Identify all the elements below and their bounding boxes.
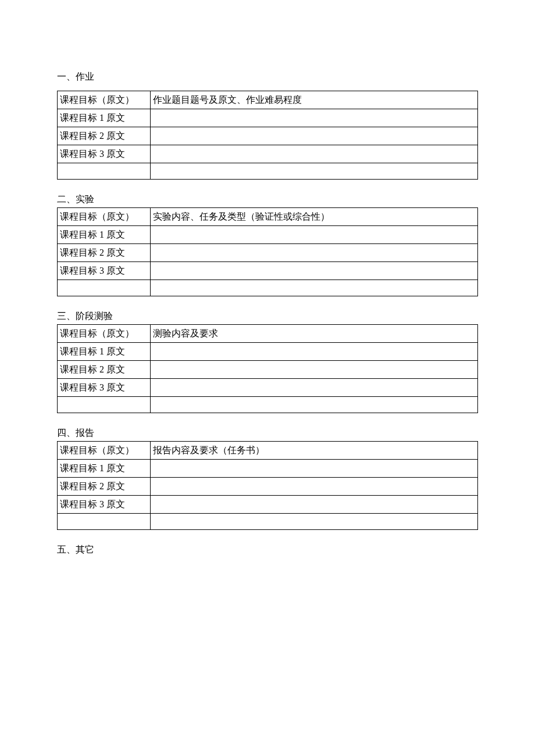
cell-col1: 课程目标 1 原文 bbox=[58, 226, 151, 244]
cell-col2 bbox=[151, 397, 478, 413]
table-homework: 课程目标（原文） 作业题目题号及原文、作业难易程度 课程目标 1 原文 课程目标… bbox=[57, 91, 478, 180]
cell-col2 bbox=[151, 280, 478, 296]
header-col1: 课程目标（原文） bbox=[58, 442, 151, 460]
cell-col1 bbox=[58, 280, 151, 296]
cell-col2 bbox=[151, 109, 478, 127]
cell-col1: 课程目标 2 原文 bbox=[58, 361, 151, 379]
cell-col1 bbox=[58, 397, 151, 413]
cell-col2 bbox=[151, 361, 478, 379]
cell-col1: 课程目标 1 原文 bbox=[58, 460, 151, 478]
cell-col1 bbox=[58, 514, 151, 530]
cell-col2 bbox=[151, 145, 478, 163]
table-row: 课程目标 3 原文 bbox=[58, 262, 478, 280]
section-title-other: 五、其它 bbox=[57, 543, 478, 557]
cell-col2 bbox=[151, 379, 478, 397]
section-title-quiz: 三、阶段测验 bbox=[57, 309, 478, 323]
cell-col2 bbox=[151, 478, 478, 496]
cell-col2 bbox=[151, 226, 478, 244]
table-row: 课程目标 1 原文 bbox=[58, 109, 478, 127]
table-row: 课程目标（原文） 测验内容及要求 bbox=[58, 325, 478, 343]
header-col2: 实验内容、任务及类型（验证性或综合性） bbox=[151, 208, 478, 226]
header-col1: 课程目标（原文） bbox=[58, 325, 151, 343]
table-row: 课程目标 2 原文 bbox=[58, 478, 478, 496]
cell-col2 bbox=[151, 127, 478, 145]
cell-col2 bbox=[151, 244, 478, 262]
cell-col1: 课程目标 3 原文 bbox=[58, 379, 151, 397]
cell-col2 bbox=[151, 496, 478, 514]
cell-col1: 课程目标 1 原文 bbox=[58, 343, 151, 361]
cell-col2 bbox=[151, 262, 478, 280]
section-report: 四、报告 课程目标（原文） 报告内容及要求（任务书） 课程目标 1 原文 课程目… bbox=[57, 426, 478, 530]
section-quiz: 三、阶段测验 课程目标（原文） 测验内容及要求 课程目标 1 原文 课程目标 2… bbox=[57, 309, 478, 413]
table-row: 课程目标 1 原文 bbox=[58, 343, 478, 361]
cell-col1: 课程目标 1 原文 bbox=[58, 109, 151, 127]
section-experiment: 二、实验 课程目标（原文） 实验内容、任务及类型（验证性或综合性） 课程目标 1… bbox=[57, 192, 478, 296]
section-other: 五、其它 bbox=[57, 543, 478, 557]
section-title-homework: 一、作业 bbox=[57, 70, 478, 84]
table-row bbox=[58, 514, 478, 530]
cell-col1 bbox=[58, 163, 151, 180]
cell-col1: 课程目标 2 原文 bbox=[58, 244, 151, 262]
cell-col1: 课程目标 2 原文 bbox=[58, 478, 151, 496]
table-row: 课程目标（原文） 实验内容、任务及类型（验证性或综合性） bbox=[58, 208, 478, 226]
cell-col1: 课程目标 3 原文 bbox=[58, 496, 151, 514]
table-report: 课程目标（原文） 报告内容及要求（任务书） 课程目标 1 原文 课程目标 2 原… bbox=[57, 441, 478, 530]
section-title-report: 四、报告 bbox=[57, 426, 478, 440]
table-row: 课程目标 3 原文 bbox=[58, 145, 478, 163]
table-row bbox=[58, 280, 478, 296]
header-col1: 课程目标（原文） bbox=[58, 91, 151, 109]
table-row: 课程目标 2 原文 bbox=[58, 127, 478, 145]
header-col1: 课程目标（原文） bbox=[58, 208, 151, 226]
cell-col2 bbox=[151, 343, 478, 361]
cell-col1: 课程目标 2 原文 bbox=[58, 127, 151, 145]
table-row: 课程目标 3 原文 bbox=[58, 496, 478, 514]
section-homework: 一、作业 课程目标（原文） 作业题目题号及原文、作业难易程度 课程目标 1 原文… bbox=[57, 70, 478, 180]
table-row: 课程目标（原文） 作业题目题号及原文、作业难易程度 bbox=[58, 91, 478, 109]
table-row: 课程目标 2 原文 bbox=[58, 361, 478, 379]
table-row: 课程目标 1 原文 bbox=[58, 460, 478, 478]
table-row bbox=[58, 397, 478, 413]
header-col2: 测验内容及要求 bbox=[151, 325, 478, 343]
table-row: 课程目标 1 原文 bbox=[58, 226, 478, 244]
cell-col1: 课程目标 3 原文 bbox=[58, 145, 151, 163]
header-col2: 作业题目题号及原文、作业难易程度 bbox=[151, 91, 478, 109]
table-experiment: 课程目标（原文） 实验内容、任务及类型（验证性或综合性） 课程目标 1 原文 课… bbox=[57, 207, 478, 296]
cell-col2 bbox=[151, 460, 478, 478]
table-row: 课程目标 2 原文 bbox=[58, 244, 478, 262]
table-quiz: 课程目标（原文） 测验内容及要求 课程目标 1 原文 课程目标 2 原文 课程目… bbox=[57, 324, 478, 413]
table-row: 课程目标（原文） 报告内容及要求（任务书） bbox=[58, 442, 478, 460]
table-row: 课程目标 3 原文 bbox=[58, 379, 478, 397]
cell-col2 bbox=[151, 163, 478, 180]
section-title-experiment: 二、实验 bbox=[57, 192, 478, 206]
header-col2: 报告内容及要求（任务书） bbox=[151, 442, 478, 460]
cell-col1: 课程目标 3 原文 bbox=[58, 262, 151, 280]
table-row bbox=[58, 163, 478, 180]
cell-col2 bbox=[151, 514, 478, 530]
